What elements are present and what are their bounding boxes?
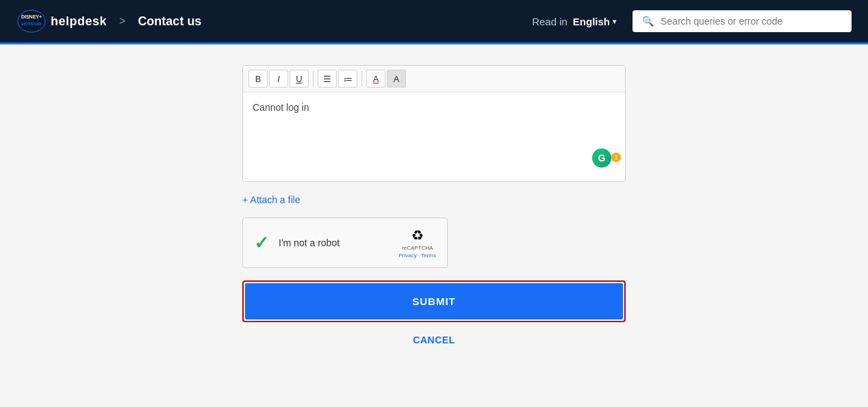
editor-toolbar: B I U ☰ ≔ A A [243,66,625,92]
form-container: B I U ☰ ≔ A A Cannot log in G 1 [242,51,626,373]
language-area: Read in English ▾ 🔍 [532,10,852,32]
editor-content: Cannot log in [253,102,309,113]
search-bar: 🔍 [633,10,852,32]
recaptcha-checkmark-icon: ✓ [254,233,269,254]
underline-button[interactable]: U [290,70,309,88]
link-separator: · [418,252,420,259]
grammarly-notification: 1 [611,153,621,162]
terms-link[interactable]: Terms [421,252,436,259]
language-label: English [573,16,610,27]
bold-button[interactable]: B [248,70,268,88]
bullet-list-button[interactable]: ☰ [318,70,337,88]
header: DISNEY+ HOTSTAR helpdesk > Contact us Re… [0,0,868,42]
italic-button[interactable]: I [269,70,288,88]
read-in-label: Read in [532,16,567,27]
hotstar-logo-icon: DISNEY+ HOTSTAR [16,9,47,34]
helpdesk-label: helpdesk [51,14,107,29]
grammarly-letter: G [598,153,606,163]
attach-file-link[interactable]: + Attach a file [242,194,626,205]
main-content: B I U ☰ ≔ A A Cannot log in G 1 [0,44,868,407]
privacy-link[interactable]: Privacy [398,252,416,259]
recaptcha-icon: ♻ [411,227,424,244]
svg-point-0 [18,10,45,32]
chevron-down-icon: ▾ [613,18,616,25]
grammarly-badge[interactable]: G [592,148,611,168]
language-selector[interactable]: English ▾ [573,16,616,27]
svg-text:DISNEY+: DISNEY+ [21,14,42,19]
ordered-list-button[interactable]: ≔ [338,70,357,88]
font-bg-button[interactable]: A [387,70,406,88]
toolbar-divider [313,71,314,86]
grammarly-badge-wrapper: G 1 [599,155,618,174]
breadcrumb-separator: > [119,15,125,27]
submit-button-wrapper: SUBMIT [242,280,626,322]
svg-text:HOTSTAR: HOTSTAR [22,22,42,26]
recaptcha-links: Privacy · Terms [398,252,436,259]
header-left: DISNEY+ HOTSTAR helpdesk > Contact us [16,9,532,34]
recaptcha-brand: ♻ reCAPTCHA Privacy · Terms [398,227,436,259]
search-input[interactable] [661,16,842,27]
recaptcha-label: I'm not a robot [279,237,389,248]
submit-button[interactable]: SUBMIT [245,283,623,319]
toolbar-divider-2 [361,71,362,86]
breadcrumb-current: Contact us [138,14,201,29]
editor-body[interactable]: Cannot log in G 1 [243,92,625,181]
recaptcha-brand-label: reCAPTCHA [402,245,433,251]
logo-area[interactable]: DISNEY+ HOTSTAR helpdesk [16,9,107,34]
editor-wrapper: B I U ☰ ≔ A A Cannot log in G 1 [242,65,626,182]
recaptcha-box[interactable]: ✓ I'm not a robot ♻ reCAPTCHA Privacy · … [242,218,448,268]
search-icon: 🔍 [642,16,654,27]
cancel-link[interactable]: CANCEL [242,334,626,345]
font-color-button[interactable]: A [366,70,385,88]
